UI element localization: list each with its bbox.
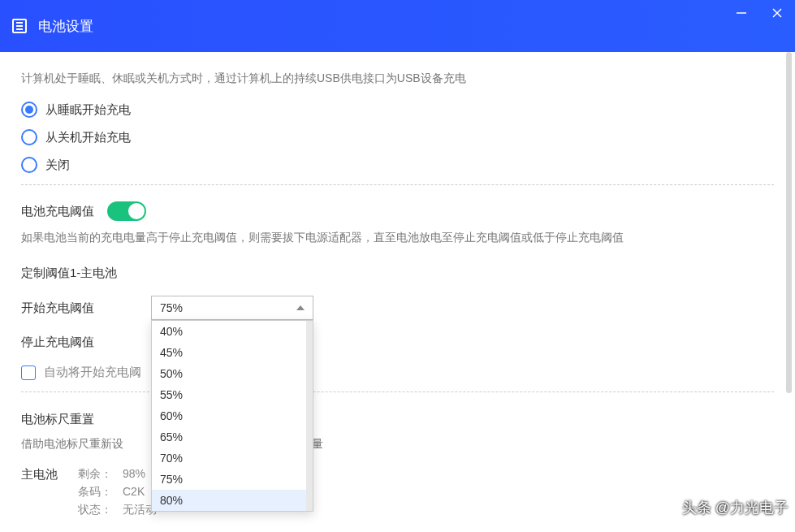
app-icon [12, 19, 27, 33]
dropdown-item[interactable]: 75% [152, 469, 306, 490]
stop-threshold-row: 停止充电阈值 [21, 335, 774, 350]
threshold-dropdown: 40% 45% 50% 55% 60% 65% 70% 75% 80% [151, 320, 313, 512]
dropdown-item[interactable]: 80% [152, 490, 306, 511]
radio-off[interactable]: 关闭 [21, 157, 774, 173]
reset-hint: 借助电池标尺重新设 也估计完全充电量 [21, 435, 774, 452]
threshold-toggle-row: 电池充电阈值 [21, 201, 774, 221]
dropdown-item[interactable]: 70% [152, 448, 306, 469]
window-controls [732, 3, 787, 23]
start-threshold-row: 开始充电阈值 75% 40% 45% 50% 55% 60% 65% 70% 7… [21, 296, 774, 320]
radio-icon [21, 129, 37, 145]
auto-threshold-checkbox[interactable] [21, 365, 36, 380]
titlebar: 电池设置 [0, 0, 795, 52]
dropdown-item[interactable]: 65% [152, 426, 306, 448]
close-button[interactable] [767, 3, 787, 23]
info-remaining: 剩余： 98% [78, 467, 157, 482]
separator [21, 184, 774, 185]
auto-threshold-label: 自动将开始充电阈 [44, 365, 141, 380]
chevron-up-icon [296, 305, 305, 310]
dropdown-item[interactable]: 40% [152, 321, 306, 342]
start-threshold-select[interactable]: 75% [151, 296, 313, 320]
auto-threshold-row: 自动将开始充电阈 5个百分点 [21, 365, 774, 380]
threshold-subtitle: 定制阈值1-主电池 [21, 266, 774, 281]
usb-charge-radio-group: 从睡眠开始充电 从关机开始充电 关闭 [21, 102, 774, 173]
window-title: 电池设置 [38, 17, 93, 36]
usb-charge-description: 计算机处于睡眠、休眠或关机方式时，通过计算机上的持续USB供电接口为USB设备充… [21, 70, 774, 87]
watermark: 头条 @力光电子 [682, 498, 789, 517]
start-threshold-label: 开始充电阈值 [21, 301, 102, 316]
info-barcode: 条码： C2K [78, 485, 157, 500]
dropdown-item[interactable]: 60% [152, 405, 306, 426]
scrollbar-thumb[interactable] [786, 52, 792, 393]
threshold-toggle[interactable] [107, 201, 146, 221]
reset-title: 电池标尺重置 [21, 412, 774, 427]
dropdown-item[interactable]: 50% [152, 363, 306, 384]
radio-label: 关闭 [45, 158, 70, 173]
radio-from-sleep[interactable]: 从睡眠开始充电 [21, 102, 774, 118]
radio-icon [21, 102, 37, 118]
dropdown-item[interactable]: 55% [152, 384, 306, 405]
threshold-title: 电池充电阈值 [21, 204, 94, 219]
radio-from-shutdown[interactable]: 从关机开始充电 [21, 129, 774, 145]
radio-label: 从睡眠开始充电 [45, 102, 131, 118]
dropdown-item[interactable]: 45% [152, 342, 306, 363]
content-area: 计算机处于睡眠、休眠或关机方式时，通过计算机上的持续USB供电接口为USB设备充… [0, 52, 795, 532]
reset-section: 电池标尺重置 借助电池标尺重新设 也估计完全充电量 主电池 剩余： 98% 条码… [21, 412, 774, 517]
main-battery-label: 主电池 [21, 467, 78, 517]
separator [21, 391, 774, 392]
threshold-hint: 如果电池当前的充电电量高于停止充电阈值，则需要拔下电源适配器，直至电池放电至停止… [21, 229, 774, 246]
main-battery-info: 主电池 剩余： 98% 条码： C2K 状态： 无活动 [21, 467, 774, 517]
select-value: 75% [160, 301, 183, 314]
radio-label: 从关机开始充电 [45, 130, 131, 145]
minimize-button[interactable] [732, 3, 751, 23]
info-status: 状态： 无活动 [78, 503, 157, 517]
radio-icon [21, 157, 37, 173]
stop-threshold-label: 停止充电阈值 [21, 335, 102, 350]
scrollbar-track [786, 52, 792, 491]
